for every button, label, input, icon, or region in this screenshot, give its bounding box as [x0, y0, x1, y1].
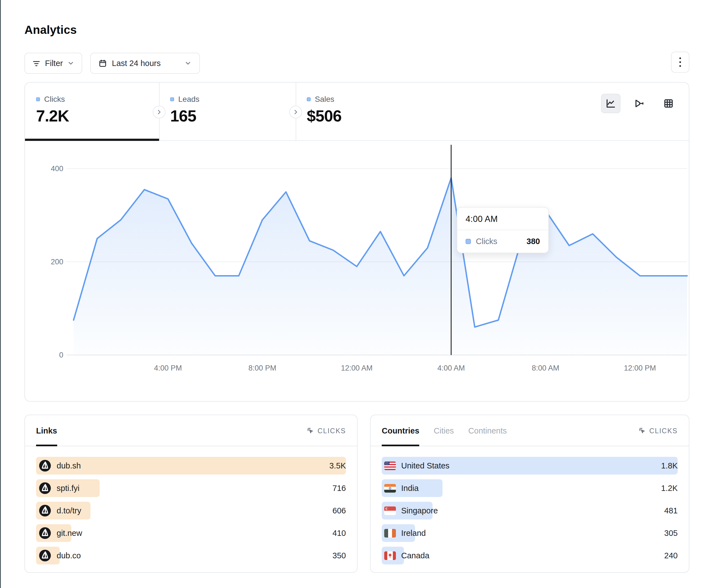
tab-links[interactable]: Links [36, 415, 57, 446]
svg-text:12:00 AM: 12:00 AM [341, 364, 372, 372]
link-row-spti-fyi[interactable]: spti.fyi 716 [36, 479, 346, 497]
links-list: dub.sh 3.5K spti.fyi 716 [25, 446, 357, 564]
svg-text:0: 0 [59, 351, 63, 359]
area-chart[interactable]: 02004004:00 PM8:00 PM12:00 AM4:00 AM8:00… [25, 141, 690, 401]
flag-canada-icon [384, 551, 396, 560]
clicks-series-chip [36, 97, 40, 101]
link-row-git-new[interactable]: git.new 410 [36, 524, 346, 542]
date-range-button[interactable]: Last 24 hours [90, 53, 200, 74]
calendar-icon [99, 59, 107, 67]
stat-card-clicks[interactable]: Clicks 7.2K [25, 83, 159, 140]
expand-clicks-button[interactable] [153, 106, 166, 118]
link-row-dub-co[interactable]: dub.co 350 [36, 547, 346, 564]
page-title: Analytics [24, 23, 77, 37]
svg-text:400: 400 [51, 164, 63, 173]
link-row-dub-sh[interactable]: dub.sh 3.5K [36, 457, 346, 475]
stats-header: Clicks 7.2K Leads 165 Sales $506 [25, 83, 689, 141]
kebab-icon [680, 58, 681, 67]
chevron-down-icon [67, 60, 74, 67]
expand-leads-button[interactable] [289, 106, 302, 118]
svg-text:4:00 AM: 4:00 AM [437, 364, 465, 372]
link-row-d-to-try[interactable]: d.to/try 606 [36, 502, 346, 520]
svg-text:8:00 PM: 8:00 PM [249, 364, 277, 372]
country-row-ireland[interactable]: Ireland 305 [382, 524, 678, 542]
sales-value: $506 [307, 107, 462, 125]
dub-logo-icon [39, 459, 51, 472]
analytics-chart-panel: Clicks 7.2K Leads 165 Sales $506 [24, 82, 689, 402]
cursor-click-icon [638, 427, 646, 435]
flag-us-icon [384, 461, 396, 470]
table-view-button[interactable] [659, 94, 678, 113]
leads-series-chip [170, 97, 174, 101]
svg-text:4:00 PM: 4:00 PM [154, 364, 182, 372]
funnel-icon [634, 98, 645, 109]
links-metric-selector[interactable]: CLICKS [306, 427, 346, 435]
tooltip-series-chip [466, 239, 471, 244]
countries-panel: Countries Cities Continents CLICKS Unit [370, 415, 689, 573]
chart-tooltip: 4:00 AM Clicks 380 [457, 207, 549, 253]
svg-text:200: 200 [51, 258, 63, 266]
clicks-value: 7.2K [36, 107, 159, 125]
stat-card-leads[interactable]: Leads 165 [159, 83, 296, 140]
line-chart-view-button[interactable] [601, 94, 621, 113]
tooltip-time: 4:00 AM [457, 207, 548, 230]
line-chart-icon [605, 98, 616, 109]
tab-cities[interactable]: Cities [434, 415, 454, 446]
cursor-click-icon [306, 427, 314, 435]
tooltip-series-label: Clicks [476, 237, 497, 246]
filter-icon [32, 59, 41, 67]
filter-button[interactable]: Filter [24, 53, 82, 74]
countries-metric-selector[interactable]: CLICKS [638, 427, 678, 435]
active-stat-indicator [25, 139, 159, 141]
svg-text:12:00 PM: 12:00 PM [624, 364, 656, 372]
flag-india-icon [384, 484, 396, 493]
analytics-page: Analytics Filter Last 24 hours [0, 0, 711, 588]
country-row-united-states[interactable]: United States 1.8K [382, 457, 678, 475]
tab-continents[interactable]: Continents [468, 415, 507, 446]
dub-logo-icon [39, 482, 51, 495]
filter-label: Filter [45, 59, 63, 68]
sales-series-chip [307, 97, 311, 101]
funnel-view-button[interactable] [630, 94, 649, 113]
links-panel: Links CLICKS dub.sh 3.5K [24, 415, 358, 573]
flag-ireland-icon [384, 529, 396, 538]
chart-view-toggles [601, 94, 678, 113]
country-row-singapore[interactable]: Singapore 481 [382, 502, 678, 520]
tab-countries[interactable]: Countries [382, 415, 419, 446]
country-row-canada[interactable]: Canada 240 [382, 547, 678, 564]
dub-logo-icon [39, 504, 51, 517]
svg-text:8:00 AM: 8:00 AM [532, 364, 559, 372]
tooltip-value: 380 [527, 237, 540, 246]
clicks-time-series-chart[interactable]: 02004004:00 PM8:00 PM12:00 AM4:00 AM8:00… [25, 141, 689, 401]
flag-singapore-icon [384, 506, 396, 515]
dub-logo-icon [39, 527, 51, 540]
date-range-label: Last 24 hours [112, 59, 161, 68]
chevron-down-icon [184, 60, 192, 67]
dub-logo-icon [39, 549, 51, 562]
country-row-india[interactable]: India 1.2K [382, 479, 678, 497]
countries-list: United States 1.8K India 1.2K [371, 446, 689, 564]
leads-value: 165 [170, 107, 296, 125]
more-options-button[interactable] [671, 51, 689, 73]
table-grid-icon [663, 98, 674, 109]
stat-card-sales[interactable]: Sales $506 [296, 83, 462, 140]
